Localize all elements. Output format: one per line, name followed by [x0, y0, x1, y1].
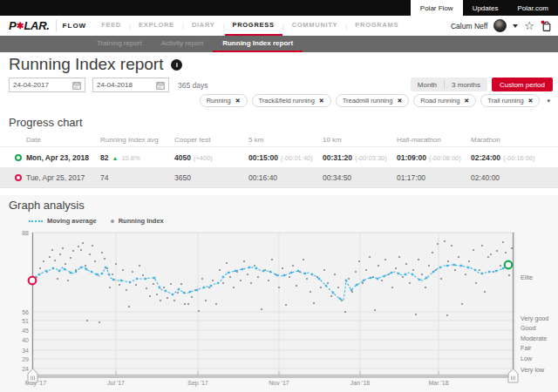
cell-value: 02:40:00 [471, 173, 500, 182]
y-tick-label: 24 [22, 366, 29, 372]
running-index-point [128, 306, 130, 308]
period-marker-icon [15, 154, 22, 161]
nav-item-community[interactable]: COMMUNITY [284, 16, 346, 36]
running-index-point [39, 267, 41, 269]
period-preset-group: Month 3 months [411, 78, 487, 91]
moving-average-marker [96, 274, 98, 275]
user-name[interactable]: Calum Neff [451, 22, 487, 30]
filter-chip-track-field-running[interactable]: Track&field running✕ [252, 94, 331, 107]
date-to-input[interactable]: 24-04-2018 [92, 78, 169, 92]
filter-dropdown-caret-icon[interactable]: ▾ [544, 96, 553, 106]
subnav-training-report[interactable]: Training report [87, 36, 152, 52]
favorites-star-icon[interactable]: ☆ [524, 20, 534, 31]
sport-filter-chips: Running✕Track&field running✕Treadmill ru… [200, 94, 553, 107]
moving-average-marker [58, 270, 60, 272]
moving-average-marker [153, 277, 155, 279]
moving-average-marker [52, 267, 54, 269]
shop-bag-icon[interactable] [541, 20, 553, 32]
moving-average-marker [453, 264, 455, 266]
running-index-chart[interactable]: May '17Jul '17Sep '17Nov '17Jan '18Mar '… [0, 195, 558, 392]
moving-average-marker [283, 274, 285, 276]
filter-chip-treadmill-running[interactable]: Treadmill running✕ [336, 94, 410, 107]
filter-chip-road-running[interactable]: Road running✕ [413, 94, 476, 107]
running-index-point [378, 265, 379, 267]
nav-item-programs[interactable]: PROGRAMS [347, 16, 406, 36]
filter-chip-running[interactable]: Running✕ [200, 94, 248, 107]
nav-item-feed[interactable]: FEED [93, 16, 129, 36]
moving-average-marker [481, 273, 483, 274]
running-index-point [153, 283, 154, 285]
running-index-point [101, 252, 103, 253]
site-tab-polar-flow[interactable]: Polar Flow [411, 0, 463, 16]
running-index-point [481, 245, 483, 247]
moving-average-marker [311, 274, 313, 275]
nav-item-progress[interactable]: PROGRESS [225, 16, 282, 36]
running-index-point [201, 278, 203, 280]
running-index-point [508, 274, 510, 276]
running-index-point [475, 282, 477, 284]
polar-logo[interactable]: P✱LAR. [9, 16, 50, 36]
x-tick-label: Sep '17 [187, 380, 208, 387]
period-buttons: Month 3 months Custom period [411, 78, 553, 91]
moving-average-marker [460, 265, 462, 267]
running-index-point [479, 269, 480, 271]
running-index-point [72, 250, 74, 252]
running-index-point [412, 269, 414, 271]
moving-average-marker [345, 280, 347, 281]
moving-average-marker [377, 278, 378, 280]
user-avatar[interactable] [493, 19, 507, 32]
running-index-point [229, 276, 231, 278]
nav-item-diary[interactable]: DIARY [184, 16, 223, 36]
running-index-point [451, 245, 453, 247]
moving-average-marker [269, 271, 271, 273]
band-label-elite: Elite [521, 274, 533, 281]
running-index-point [362, 282, 364, 284]
calendar-icon[interactable] [72, 81, 81, 90]
running-index-point [122, 269, 124, 271]
cell-value: 00:16:40 [248, 173, 277, 182]
running-index-point [365, 269, 367, 271]
band-label-very-low: Very low [521, 366, 545, 374]
filter-chip-trail-running[interactable]: Trail running✕ [480, 94, 540, 107]
running-index-point [388, 274, 390, 275]
logo-text-post: LAR. [24, 19, 49, 32]
site-tab-polar-com[interactable]: Polar.com [507, 0, 558, 16]
remove-filter-icon[interactable]: ✕ [319, 98, 324, 105]
running-index-point [54, 260, 56, 261]
top-site-bar: Polar FlowUpdatesPolar.com [0, 0, 558, 16]
month-button[interactable]: Month [411, 78, 444, 91]
subnav-activity-report[interactable]: Activity report [152, 36, 213, 52]
three-months-button[interactable]: 3 months [445, 78, 487, 91]
running-index-point [421, 274, 423, 275]
moving-average-marker [165, 290, 167, 292]
running-index-point [344, 311, 346, 313]
moving-average-marker [70, 272, 71, 274]
value-cell: 02:24:00(-00:16:00) [471, 153, 558, 162]
moving-average-marker [332, 292, 334, 294]
moving-average-marker [64, 268, 65, 270]
custom-period-button[interactable]: Custom period [492, 78, 553, 91]
remove-filter-icon[interactable]: ✕ [464, 98, 469, 105]
user-menu-caret-icon[interactable] [513, 24, 518, 28]
running-index-point [282, 267, 283, 269]
moving-average-marker [248, 267, 250, 268]
cell-value: 4050 [174, 153, 191, 162]
plot-area[interactable] [32, 233, 514, 375]
date-from-input[interactable]: 24-04-2017 [9, 78, 85, 92]
nav-item-explore[interactable]: EXPLORE [131, 16, 182, 36]
flow-label: FLOW [63, 16, 87, 36]
running-index-point [243, 260, 245, 262]
calendar-icon[interactable] [156, 81, 165, 90]
range-slider-track[interactable] [32, 375, 514, 378]
cell-value: 01:17:00 [397, 173, 425, 182]
moving-average-marker [38, 274, 40, 275]
running-index-point [254, 265, 255, 267]
remove-filter-icon[interactable]: ✕ [397, 98, 402, 105]
subnav-running-index-report[interactable]: Running Index report [213, 36, 303, 52]
value-cell: 3650 [174, 173, 248, 182]
remove-filter-icon[interactable]: ✕ [235, 98, 241, 105]
remove-filter-icon[interactable]: ✕ [528, 98, 534, 105]
site-tab-updates[interactable]: Updates [463, 0, 508, 16]
info-icon[interactable]: i [171, 59, 182, 71]
moving-average-marker [228, 272, 229, 274]
